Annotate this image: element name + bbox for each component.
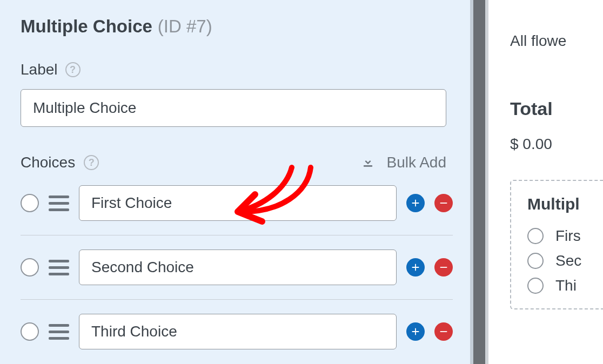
remove-choice-button[interactable] xyxy=(434,258,453,277)
choice-input[interactable] xyxy=(79,250,397,285)
preview-choice-item[interactable]: Firs xyxy=(527,227,603,245)
svg-rect-1 xyxy=(440,203,447,204)
label-section-title: Label xyxy=(21,61,58,78)
panel-divider xyxy=(470,0,488,364)
preview-choice-label: Firs xyxy=(555,227,581,245)
svg-rect-0 xyxy=(364,165,372,167)
choice-input[interactable] xyxy=(79,314,397,349)
remove-choice-button[interactable] xyxy=(434,322,453,341)
choice-row xyxy=(21,299,453,363)
preview-field-heading: Multipl xyxy=(527,195,603,213)
preview-choice-list: Firs Sec Thi xyxy=(527,227,603,294)
download-icon xyxy=(360,154,376,171)
help-icon[interactable]: ? xyxy=(65,62,81,77)
preview-text-line: All flowe xyxy=(510,32,603,50)
preview-field-box[interactable]: Multipl Firs Sec Thi xyxy=(510,180,603,309)
choice-list xyxy=(21,171,453,363)
help-icon[interactable]: ? xyxy=(84,155,99,170)
choice-input[interactable] xyxy=(79,185,397,221)
drag-handle-icon[interactable] xyxy=(49,260,69,275)
svg-rect-2 xyxy=(440,267,447,268)
default-radio[interactable] xyxy=(21,194,39,212)
svg-rect-3 xyxy=(440,331,447,332)
radio-icon[interactable] xyxy=(527,228,544,244)
drag-handle-icon[interactable] xyxy=(49,196,69,211)
default-radio[interactable] xyxy=(21,322,39,341)
preview-choice-label: Thi xyxy=(555,277,577,294)
label-section-header: Label ? xyxy=(21,61,461,78)
choices-section-title: Choices xyxy=(21,154,75,171)
total-value: $ 0.00 xyxy=(510,136,603,153)
add-choice-button[interactable] xyxy=(406,258,425,277)
drag-handle-icon[interactable] xyxy=(49,324,69,340)
choice-row xyxy=(21,171,453,235)
form-preview-panel: All flowe Total $ 0.00 Multipl Firs Sec … xyxy=(488,0,603,364)
label-input[interactable] xyxy=(21,89,446,127)
preview-choice-item[interactable]: Thi xyxy=(527,277,603,294)
default-radio[interactable] xyxy=(21,258,39,277)
add-choice-button[interactable] xyxy=(406,322,425,341)
preview-choice-item[interactable]: Sec xyxy=(527,252,603,269)
radio-icon[interactable] xyxy=(527,253,544,269)
preview-choice-label: Sec xyxy=(555,252,581,269)
field-options-panel: Multiple Choice (ID #7) Label ? Choices … xyxy=(0,0,470,364)
remove-choice-button[interactable] xyxy=(434,194,453,212)
total-label: Total xyxy=(510,98,603,119)
radio-icon[interactable] xyxy=(527,278,544,294)
choices-section-header: Choices ? Bulk Add xyxy=(21,154,446,171)
add-choice-button[interactable] xyxy=(406,194,425,212)
bulk-add-label: Bulk Add xyxy=(386,154,446,171)
panel-title: Multiple Choice xyxy=(21,16,152,37)
panel-field-id: (ID #7) xyxy=(158,16,212,37)
choice-row xyxy=(21,235,453,299)
bulk-add-button[interactable]: Bulk Add xyxy=(360,154,446,171)
panel-title-row: Multiple Choice (ID #7) xyxy=(21,16,461,37)
